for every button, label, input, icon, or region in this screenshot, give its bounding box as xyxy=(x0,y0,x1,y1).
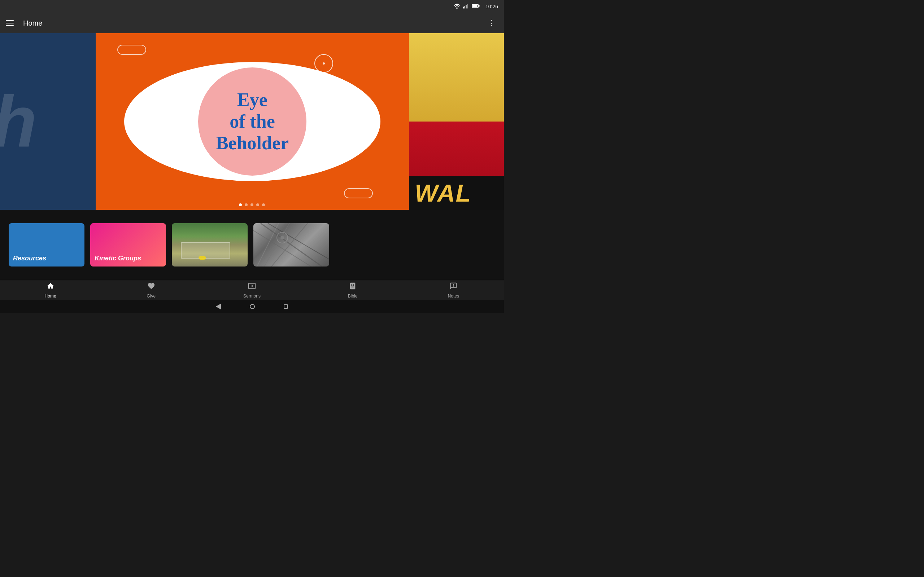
right-top-card xyxy=(409,33,504,121)
nav-bible-label: Bible xyxy=(348,293,358,298)
status-time: 10:26 xyxy=(485,3,498,10)
vehicle-dot xyxy=(199,256,206,260)
kinetic-groups-label: Kinetic Groups xyxy=(95,255,141,262)
bw-photo-bg xyxy=(254,223,329,266)
eye-title: Eye of the Beholder xyxy=(216,89,289,154)
signal-icon xyxy=(463,3,469,10)
status-bar: 10:26 xyxy=(0,0,504,13)
grid-card-kinetic-groups[interactable]: Kinetic Groups xyxy=(90,223,166,266)
nav-notes-label: Notes xyxy=(448,293,459,298)
dot-4[interactable] xyxy=(256,203,259,206)
page-title: Home xyxy=(23,19,485,27)
nav-item-notes[interactable]: Notes xyxy=(439,282,468,298)
nav-sermons-label: Sermons xyxy=(243,293,261,298)
dot-3[interactable] xyxy=(250,203,254,206)
pill-overlay-tl xyxy=(117,45,146,55)
carousel-indicators xyxy=(239,203,265,206)
sermons-icon xyxy=(248,282,256,292)
pill-overlay-br xyxy=(344,188,373,198)
home-icon xyxy=(47,282,55,292)
svg-line-11 xyxy=(268,223,329,259)
parking-lot-overlay xyxy=(181,242,230,259)
nav-item-bible[interactable]: Bible xyxy=(338,282,367,298)
more-options-button[interactable]: ⋮ xyxy=(485,17,498,29)
notes-icon xyxy=(449,282,457,292)
eye-graphic: Eye of the Beholder xyxy=(122,55,382,188)
menu-button[interactable] xyxy=(6,17,17,29)
app-bar: Home ⋮ xyxy=(0,13,504,33)
circle-overlay xyxy=(314,54,333,73)
svg-rect-2 xyxy=(465,6,465,8)
give-icon xyxy=(147,282,155,292)
dot-5[interactable] xyxy=(262,203,265,206)
wal-text: WAL xyxy=(409,176,504,210)
dot-1[interactable] xyxy=(239,203,242,206)
svg-rect-3 xyxy=(465,5,466,8)
home-button[interactable] xyxy=(250,304,255,309)
svg-rect-4 xyxy=(467,4,468,8)
svg-line-10 xyxy=(261,223,322,266)
svg-point-17 xyxy=(281,236,284,239)
content-grid: Resources Kinetic Groups xyxy=(0,210,504,280)
main-content: h Eye of the Beholder xyxy=(0,33,504,280)
bw-photo-svg xyxy=(254,223,329,266)
circle-dot xyxy=(323,62,325,64)
svg-rect-1 xyxy=(463,6,464,8)
carousel[interactable]: h Eye of the Beholder xyxy=(0,33,504,210)
system-nav-bar xyxy=(0,300,504,313)
bottom-nav: Home Give Sermons Bible xyxy=(0,280,504,300)
recents-button[interactable] xyxy=(284,305,288,309)
nav-item-give[interactable]: Give xyxy=(137,282,166,298)
svg-point-0 xyxy=(456,7,458,9)
battery-icon xyxy=(472,3,480,10)
nav-item-home[interactable]: Home xyxy=(36,282,65,298)
grid-card-aerial-photo[interactable] xyxy=(172,223,247,266)
bible-icon xyxy=(349,282,357,292)
nav-home-label: Home xyxy=(45,293,56,298)
grid-card-bw-photo[interactable] xyxy=(254,223,329,266)
carousel-main-slide[interactable]: Eye of the Beholder xyxy=(96,33,409,210)
back-button[interactable] xyxy=(216,304,221,309)
svg-rect-18 xyxy=(352,283,353,285)
dot-2[interactable] xyxy=(245,203,247,206)
svg-rect-7 xyxy=(478,5,479,6)
carousel-right-peek: WAL xyxy=(409,33,504,210)
resources-label: Resources xyxy=(13,255,46,262)
right-bottom-card: WAL xyxy=(409,121,504,210)
wifi-icon xyxy=(454,3,460,10)
grid-card-resources[interactable]: Resources xyxy=(9,223,84,266)
carousel-left-peek: h xyxy=(0,33,96,210)
nav-give-label: Give xyxy=(147,293,155,298)
nav-item-sermons[interactable]: Sermons xyxy=(237,282,267,298)
left-peek-text: h xyxy=(0,85,37,158)
svg-rect-6 xyxy=(472,5,477,7)
